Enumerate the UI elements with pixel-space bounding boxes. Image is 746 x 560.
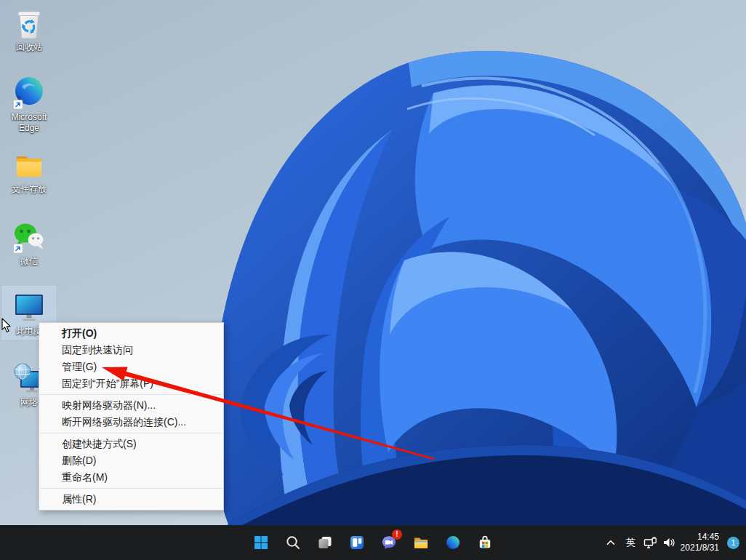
taskbar-center-icons: !: [245, 525, 501, 560]
desktop-icon-label: Microsoft Edge: [4, 112, 55, 134]
menu-separator: [40, 488, 222, 489]
context-menu-item-disconnect-network-drive[interactable]: 断开网络驱动器的连接(C)...: [39, 414, 223, 431]
ethernet-network-icon: [643, 535, 657, 550]
search-icon: [284, 534, 302, 551]
context-menu-item-manage[interactable]: 管理(G): [39, 359, 223, 375]
context-menu-item-open[interactable]: 打开(O): [39, 325, 223, 342]
wechat-icon: [12, 220, 47, 255]
microsoft-store-icon: [476, 534, 494, 551]
desktop-icon-file-storage[interactable]: 文件存放: [3, 145, 55, 197]
context-menu-item-pin-start[interactable]: 固定到“开始”屏幕(P): [39, 375, 223, 392]
search-button[interactable]: [277, 527, 309, 559]
desktop-icon-label: 网络: [20, 397, 38, 408]
context-menu-item-create-shortcut[interactable]: 创建快捷方式(S): [39, 436, 223, 452]
input-language-label: 英: [620, 536, 642, 549]
context-menu-item-properties[interactable]: 属性(R): [39, 491, 223, 508]
input-language-button[interactable]: 英: [620, 528, 642, 557]
taskbar: !: [0, 525, 746, 560]
menu-separator: [40, 433, 222, 433]
shortcut-arrow-badge: [14, 100, 23, 110]
chat-notification-badge: !: [392, 529, 402, 540]
edge-icon: [444, 534, 462, 551]
widgets-icon: [348, 534, 366, 551]
context-menu: 打开(O) 固定到快速访问 管理(G) 固定到“开始”屏幕(P) 映射网络驱动器…: [39, 322, 224, 511]
menu-separator: [40, 394, 222, 395]
recycle-bin-icon: [12, 6, 47, 41]
desktop-icon-label: 文件存放: [12, 184, 47, 195]
desktop-icon-wechat[interactable]: 微信: [3, 217, 55, 269]
desktop-screen: 回收站 Microsoft Edge 文件存放: [0, 0, 746, 560]
notification-count-badge[interactable]: 1: [727, 537, 739, 549]
network-volume-button[interactable]: [642, 528, 677, 557]
chevron-up-icon: [604, 536, 617, 549]
file-explorer-icon: [412, 534, 430, 551]
widgets-button[interactable]: [341, 527, 373, 559]
context-menu-item-rename[interactable]: 重命名(M): [39, 469, 223, 486]
edge-icon: [12, 76, 47, 111]
desktop-icon-recycle-bin[interactable]: 回收站: [3, 3, 55, 55]
context-menu-item-delete[interactable]: 删除(D): [39, 452, 223, 469]
file-explorer-button[interactable]: [405, 527, 437, 559]
system-tray: 英 14:45 2021/8/31: [601, 525, 743, 560]
windows-start-icon: [252, 534, 270, 551]
this-pc-icon: [12, 289, 47, 324]
desktop-icon-microsoft-edge[interactable]: Microsoft Edge: [3, 73, 55, 136]
context-menu-item-map-network-drive[interactable]: 映射网络驱动器(N)...: [39, 397, 223, 414]
clock[interactable]: 14:45 2021/8/31: [677, 532, 723, 553]
task-view-button[interactable]: [309, 527, 341, 559]
context-menu-item-pin-quick-access[interactable]: 固定到快速访问: [39, 342, 223, 359]
edge-button[interactable]: [437, 527, 469, 559]
shortcut-arrow-badge: [14, 244, 23, 254]
desktop-icon-label: 微信: [20, 256, 38, 267]
folder-icon: [12, 148, 47, 183]
clock-time: 14:45: [681, 532, 719, 543]
speaker-volume-icon: [662, 535, 676, 550]
chat-button[interactable]: !: [373, 527, 405, 559]
tray-chevron-button[interactable]: [601, 528, 620, 557]
task-view-icon: [316, 534, 334, 551]
clock-date: 2021/8/31: [681, 543, 719, 553]
microsoft-store-button[interactable]: [469, 527, 501, 559]
start-button[interactable]: [245, 527, 277, 559]
desktop-icon-label: 回收站: [16, 42, 42, 53]
